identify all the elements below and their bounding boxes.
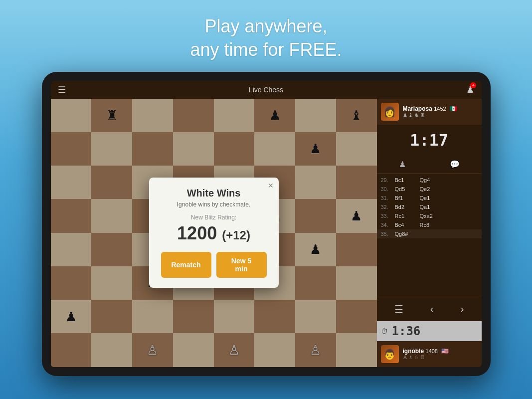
topbar-title: Live Chess	[249, 86, 283, 94]
move-row[interactable]: 32.Bd2Qa1	[377, 202, 482, 211]
player-top-info: Mariaposa 1452 🇲🇽 ♟ ♝ ♞ ♜	[403, 105, 458, 118]
move-row[interactable]: 29.Bc1Qg4	[377, 176, 482, 185]
modal-overlay: ✕ White Wins Ignoble wins by checkmate. …	[51, 99, 377, 367]
top-bar: ☰ Live Chess ♟ 4	[51, 81, 482, 99]
move-row[interactable]: 34.Bc4Rc8	[377, 220, 482, 229]
move-row[interactable]: 33.Rc1Qxa2	[377, 211, 482, 220]
moves-tab[interactable]: ♟	[394, 159, 411, 170]
board-area: ♜♟♝♟♟♙♟♟♟♟♙♙♙ ✕ White Wins Ignoble wins …	[51, 99, 377, 367]
player-bottom-name: ignoble 1408 🇺🇸	[403, 348, 449, 355]
move-black[interactable]: Qa1	[420, 204, 445, 210]
timer-bottom: 1:36	[392, 324, 421, 338]
menu-icon[interactable]: ☰	[58, 84, 66, 95]
move-white[interactable]: Bd2	[395, 204, 420, 210]
move-number: 35.	[381, 231, 395, 237]
rating-value: 1200	[177, 223, 217, 243]
avatar-top: 👩	[381, 103, 399, 121]
move-white[interactable]: Qd5	[395, 186, 420, 192]
header-text: Play anywhere, any time for FREE.	[190, 15, 342, 62]
rating-change: (+12)	[222, 228, 250, 242]
player-top-flag: 🇲🇽	[450, 105, 457, 112]
move-number: 31.	[381, 195, 395, 201]
move-row[interactable]: 30.Qd5Qe2	[377, 185, 482, 194]
main-content: ♜♟♝♟♟♙♟♟♟♟♙♙♙ ✕ White Wins Ignoble wins …	[51, 99, 482, 367]
header-line2: any time for FREE.	[190, 38, 342, 62]
player-bottom-flag: 🇺🇸	[441, 348, 449, 355]
move-black[interactable]: Qxa2	[420, 213, 445, 219]
move-white[interactable]: Bc1	[395, 177, 420, 183]
clock-icon: ⏱	[381, 327, 388, 335]
move-white[interactable]: Bc4	[395, 222, 420, 228]
move-white[interactable]: Rc1	[395, 213, 420, 219]
chat-tab[interactable]: 💬	[445, 159, 465, 170]
player-bottom-pieces: ♙ ♗ ♘ ♖	[403, 355, 449, 360]
list-view-button[interactable]: ☰	[389, 301, 408, 317]
modal-buttons: Rematch New 5 min	[161, 252, 267, 278]
modal-title: White Wins	[161, 188, 267, 199]
timer-top: 1:17	[377, 125, 482, 156]
moves-list: 29.Bc1Qg430.Qd5Qe231.Bf1Qe132.Bd2Qa133.R…	[377, 174, 482, 297]
next-move-button[interactable]: ›	[456, 301, 469, 317]
move-number: 32.	[381, 204, 395, 210]
move-black[interactable]: Qe2	[420, 186, 445, 192]
right-panel: 👩 Mariaposa 1452 🇲🇽 ♟ ♝ ♞ ♜ 1:17	[377, 99, 482, 367]
move-black[interactable]: Qe1	[420, 195, 445, 201]
notification-icon[interactable]: ♟ 4	[466, 84, 474, 95]
nav-controls: ☰ ‹ ›	[377, 297, 482, 321]
player-top-pieces: ♟ ♝ ♞ ♜	[403, 112, 458, 118]
modal-rating: 1200 (+12)	[161, 223, 267, 244]
tablet-outer: ☰ Live Chess ♟ 4 ♜♟♝♟♟♙♟♟♟♟♙♙♙ ✕ White	[42, 72, 491, 376]
move-black[interactable]: Qg4	[420, 177, 445, 183]
close-button[interactable]: ✕	[268, 182, 274, 190]
avatar-bottom: 👨	[381, 345, 399, 363]
rematch-button[interactable]: Rematch	[161, 252, 211, 278]
move-row[interactable]: 35.Qg8#	[377, 229, 482, 238]
tablet-wrapper: ☰ Live Chess ♟ 4 ♜♟♝♟♟♙♟♟♟♟♙♙♙ ✕ White	[42, 72, 491, 376]
move-number: 33.	[381, 213, 395, 219]
player-bottom: 👨 ignoble 1408 🇺🇸 ♙ ♗ ♘ ♖	[377, 341, 482, 367]
header-line1: Play anywhere,	[190, 15, 342, 38]
player-top-name: Mariaposa 1452 🇲🇽	[403, 105, 458, 112]
timer-bottom-wrapper: ⏱ 1:36	[377, 321, 482, 341]
prev-move-button[interactable]: ‹	[425, 301, 439, 317]
new-game-button[interactable]: New 5 min	[216, 252, 267, 278]
move-row[interactable]: 31.Bf1Qe1	[377, 194, 482, 202]
modal-rating-label: New Blitz Rating:	[161, 214, 267, 221]
move-number: 30.	[381, 186, 395, 192]
notification-badge: 4	[470, 82, 476, 88]
modal-box: ✕ White Wins Ignoble wins by checkmate. …	[149, 178, 279, 288]
move-white[interactable]: Bf1	[395, 195, 420, 201]
player-top: 👩 Mariaposa 1452 🇲🇽 ♟ ♝ ♞ ♜	[377, 99, 482, 125]
move-number: 29.	[381, 177, 395, 183]
modal-subtitle: Ignoble wins by checkmate.	[161, 201, 267, 208]
tablet-screen: ☰ Live Chess ♟ 4 ♜♟♝♟♟♙♟♟♟♟♙♙♙ ✕ White	[51, 81, 482, 367]
move-number: 34.	[381, 222, 395, 228]
player-bottom-info: ignoble 1408 🇺🇸 ♙ ♗ ♘ ♖	[403, 348, 449, 360]
move-black[interactable]: Rc8	[420, 222, 445, 228]
panel-tabs: ♟ 💬	[377, 156, 482, 174]
move-white[interactable]: Qg8#	[395, 231, 420, 237]
